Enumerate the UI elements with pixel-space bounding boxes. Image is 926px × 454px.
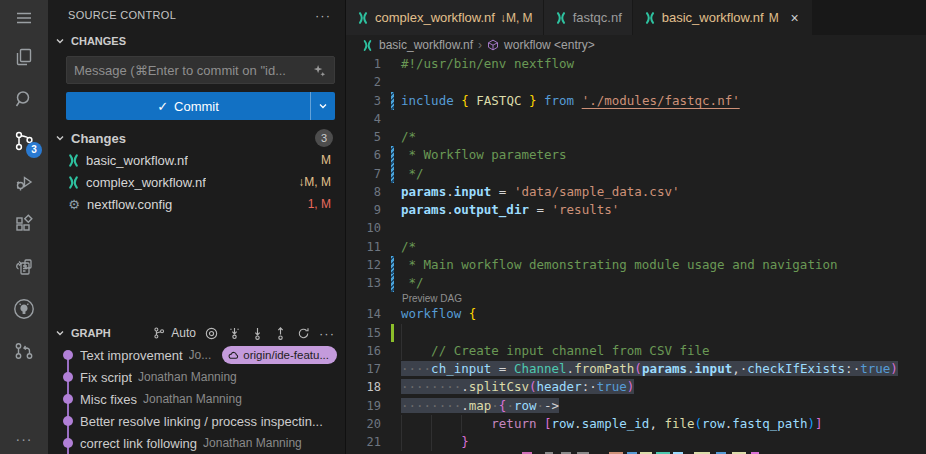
git-gutter bbox=[388, 415, 401, 433]
code-line[interactable]: 11/* bbox=[346, 238, 926, 256]
line-number: 14 bbox=[346, 305, 388, 323]
commit-row[interactable]: Better resolve linking / process inspect… bbox=[48, 410, 345, 432]
line-number: 5 bbox=[346, 128, 388, 146]
code-line[interactable]: 12 * Main workflow demonstrating module … bbox=[346, 256, 926, 274]
sparkle-icon[interactable] bbox=[312, 63, 327, 78]
breadcrumb-symbol[interactable]: workflow <entry> bbox=[504, 38, 595, 52]
line-number: 18 bbox=[346, 378, 388, 396]
code-line[interactable]: 20 return [row.sample_id, file(row.fastq… bbox=[346, 415, 926, 433]
explorer-icon[interactable] bbox=[0, 36, 48, 78]
commit-button[interactable]: ✓ Commit bbox=[66, 92, 335, 120]
code-line[interactable]: 5/* bbox=[346, 128, 926, 146]
source-control-icon[interactable]: 3 bbox=[0, 120, 48, 162]
pull-icon[interactable] bbox=[250, 326, 265, 341]
code-line[interactable]: 7 */ bbox=[346, 165, 926, 183]
commit-message-input[interactable]: Message (⌘Enter to commit on "id... bbox=[66, 56, 335, 84]
line-number: 6 bbox=[346, 146, 388, 164]
commit-row[interactable]: Misc fixes Jonathan Manning bbox=[48, 388, 345, 410]
breadcrumb[interactable]: basic_workflow.nf › workflow <entry> bbox=[346, 35, 926, 55]
graph-more-icon[interactable]: ··· bbox=[319, 326, 335, 341]
code-line[interactable]: 15 bbox=[346, 324, 926, 342]
activity-bar: 3 ··· bbox=[0, 0, 48, 454]
tab-fastqc[interactable]: fastqc.nf bbox=[544, 0, 633, 35]
commit-button-label: Commit bbox=[174, 99, 219, 114]
git-gutter-mod-indicator bbox=[388, 146, 401, 164]
chevron-down-icon bbox=[52, 325, 68, 341]
close-icon[interactable]: × bbox=[788, 10, 802, 26]
activity-more-icon[interactable]: ··· bbox=[0, 424, 48, 454]
branch-ref-badge[interactable]: origin/ide-featu... bbox=[222, 346, 337, 364]
tab-basic-workflow[interactable]: basic_workflow.nf M × bbox=[633, 0, 813, 35]
git-gutter-mod-indicator bbox=[388, 165, 401, 183]
commit-row[interactable]: correct link following Jonathan Manning bbox=[48, 432, 345, 454]
code-line[interactable]: 19········.map·{·row·-> bbox=[346, 397, 926, 415]
code-line[interactable]: 3include { FASTQC } from './modules/fast… bbox=[346, 92, 926, 110]
sidebar-title: SOURCE CONTROL bbox=[68, 9, 176, 21]
commit-dot-icon bbox=[60, 344, 76, 366]
git-decoration: M bbox=[321, 153, 331, 167]
changed-file-nextflow-config[interactable]: ⚙ nextflow.config 1, M bbox=[48, 193, 345, 215]
breadcrumb-file[interactable]: basic_workflow.nf bbox=[379, 38, 473, 52]
sidebar-more-icon[interactable]: ··· bbox=[315, 8, 331, 23]
commit-dot-icon bbox=[60, 410, 76, 432]
fetch-icon[interactable] bbox=[227, 326, 242, 341]
code-line[interactable]: 10 bbox=[346, 219, 926, 237]
git-gutter bbox=[388, 342, 401, 360]
changes-count-badge: 3 bbox=[315, 129, 333, 147]
git-gutter-add-indicator bbox=[388, 324, 401, 342]
git-gutter bbox=[388, 238, 401, 256]
nextflow-file-icon bbox=[554, 11, 568, 25]
nextflow-file-icon bbox=[66, 175, 81, 190]
git-gutter-mod-indicator bbox=[388, 92, 401, 110]
code-line[interactable]: 8params.input = 'data/sample_data.csv' bbox=[346, 183, 926, 201]
gear-icon: ⚙ bbox=[66, 197, 82, 212]
code-line[interactable]: 16 // Create input channel from CSV file bbox=[346, 342, 926, 360]
git-decoration: ↓M, M bbox=[298, 175, 331, 189]
target-icon[interactable] bbox=[204, 326, 219, 341]
push-icon[interactable] bbox=[273, 326, 288, 341]
code-line[interactable]: 21 } bbox=[346, 433, 926, 451]
line-number: 19 bbox=[346, 397, 388, 415]
code-line[interactable]: 14workflow { bbox=[346, 305, 926, 323]
code-line[interactable]: 2 bbox=[346, 73, 926, 91]
changes-section-header[interactable]: CHANGES bbox=[48, 30, 345, 52]
commit-dropdown-button[interactable] bbox=[310, 92, 335, 120]
commit-row[interactable]: Text improvement Jo... origin/ide-featu.… bbox=[48, 344, 345, 366]
codelens-preview-dag[interactable]: Preview DAG bbox=[346, 292, 926, 305]
changed-file-basic-workflow[interactable]: basic_workflow.nf M bbox=[48, 149, 345, 171]
line-number: 12 bbox=[346, 256, 388, 274]
refresh-icon[interactable] bbox=[296, 326, 311, 341]
code-line[interactable]: 13 */ bbox=[346, 274, 926, 292]
code-line[interactable]: 17····ch_input = Channel.fromPath(params… bbox=[346, 360, 926, 378]
code-editor[interactable]: 1#!/usr/bin/env nextflow23include { FAST… bbox=[346, 55, 926, 454]
code-line[interactable]: 9params.output_dir = 'results' bbox=[346, 201, 926, 219]
code-lines: 1#!/usr/bin/env nextflow23include { FAST… bbox=[346, 55, 926, 454]
changes-group-header[interactable]: Changes 3 bbox=[48, 127, 345, 149]
git-graph-icon[interactable] bbox=[0, 330, 48, 372]
git-branch-icon[interactable] bbox=[152, 326, 166, 340]
github-icon[interactable] bbox=[0, 288, 48, 330]
line-number: 1 bbox=[346, 55, 388, 73]
line-number: 20 bbox=[346, 415, 388, 433]
breadcrumb-separator: › bbox=[478, 38, 482, 52]
tab-bar: complex_workflow.nf ↓M, M fastqc.nf basi… bbox=[346, 0, 926, 35]
code-line[interactable]: 6 * Workflow parameters bbox=[346, 146, 926, 164]
git-gutter bbox=[388, 433, 401, 451]
git-gutter bbox=[388, 128, 401, 146]
menu-icon[interactable] bbox=[0, 0, 48, 36]
search-icon[interactable] bbox=[0, 78, 48, 120]
source-control-sidebar: SOURCE CONTROL ··· CHANGES Message (⌘Ent… bbox=[48, 0, 345, 454]
run-debug-icon[interactable] bbox=[0, 162, 48, 204]
code-line[interactable]: 1#!/usr/bin/env nextflow bbox=[346, 55, 926, 73]
references-icon[interactable] bbox=[0, 246, 48, 288]
code-line[interactable]: 4 bbox=[346, 110, 926, 128]
graph-auto-label[interactable]: Auto bbox=[171, 326, 196, 340]
code-line[interactable]: 18········.splitCsv(header:·true) bbox=[346, 378, 926, 396]
extensions-icon[interactable] bbox=[0, 204, 48, 246]
commit-row[interactable]: Fix script Jonathan Manning bbox=[48, 366, 345, 388]
commit-dot-icon bbox=[60, 366, 76, 388]
tab-complex-workflow[interactable]: complex_workflow.nf ↓M, M bbox=[346, 0, 544, 35]
graph-section-header[interactable]: GRAPH Auto bbox=[48, 322, 345, 344]
git-gutter bbox=[388, 55, 401, 73]
changed-file-complex-workflow[interactable]: complex_workflow.nf ↓M, M bbox=[48, 171, 345, 193]
